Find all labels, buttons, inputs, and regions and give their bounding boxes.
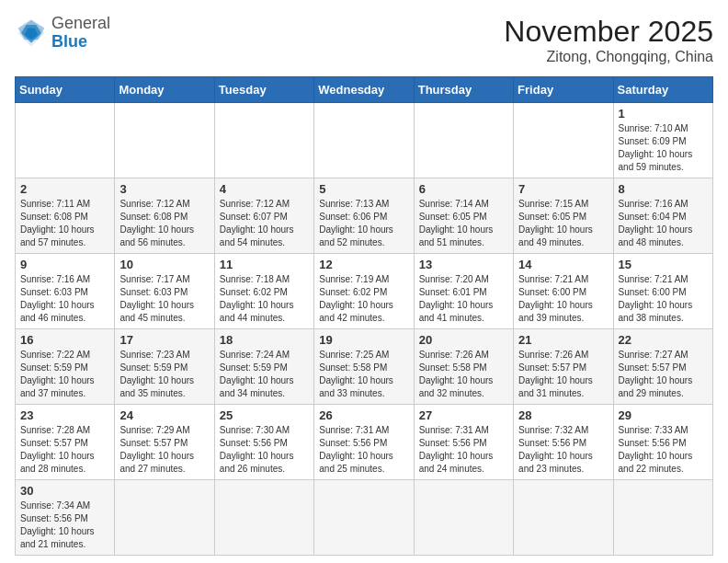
day-5: 5 Sunrise: 7:13 AMSunset: 6:06 PMDayligh…: [314, 178, 414, 254]
location-title: Zitong, Chongqing, China: [504, 49, 713, 65]
day-number: 1: [619, 107, 708, 121]
col-friday: Friday: [514, 77, 613, 103]
empty-cell: [214, 103, 313, 178]
weekday-header-row: Sunday Monday Tuesday Wednesday Thursday…: [16, 77, 713, 103]
col-sunday: Sunday: [16, 77, 115, 103]
day-15: 15 Sunrise: 7:21 AMSunset: 6:00 PMDaylig…: [613, 254, 712, 329]
week-row-2: 2 Sunrise: 7:11 AMSunset: 6:08 PMDayligh…: [16, 178, 713, 254]
day-12: 12 Sunrise: 7:19 AMSunset: 6:02 PMDaylig…: [314, 254, 414, 329]
day-14: 14 Sunrise: 7:21 AMSunset: 6:00 PMDaylig…: [514, 254, 613, 329]
day-27: 27 Sunrise: 7:31 AMSunset: 5:56 PMDaylig…: [414, 405, 513, 480]
day-11: 11 Sunrise: 7:18 AMSunset: 6:02 PMDaylig…: [214, 254, 313, 329]
day-2: 2 Sunrise: 7:11 AMSunset: 6:08 PMDayligh…: [16, 178, 115, 254]
day-21: 21 Sunrise: 7:26 AMSunset: 5:57 PMDaylig…: [514, 329, 613, 405]
col-thursday: Thursday: [414, 77, 513, 103]
calendar: Sunday Monday Tuesday Wednesday Thursday…: [15, 76, 713, 556]
day-3: 3 Sunrise: 7:12 AMSunset: 6:08 PMDayligh…: [115, 178, 214, 254]
empty-cell: [613, 480, 712, 556]
day-9: 9 Sunrise: 7:16 AMSunset: 6:03 PMDayligh…: [16, 254, 115, 329]
empty-cell: [514, 103, 613, 178]
logo-text: General Blue: [51, 15, 110, 52]
col-monday: Monday: [115, 77, 214, 103]
logo: General Blue: [15, 15, 110, 52]
week-row-1: 1 Sunrise: 7:10 AM Sunset: 6:09 PM Dayli…: [16, 103, 713, 178]
month-title: November 2025: [504, 15, 713, 49]
empty-cell: [414, 103, 513, 178]
day-26: 26 Sunrise: 7:31 AMSunset: 5:56 PMDaylig…: [314, 405, 414, 480]
day-4: 4 Sunrise: 7:12 AMSunset: 6:07 PMDayligh…: [214, 178, 313, 254]
week-row-4: 16 Sunrise: 7:22 AMSunset: 5:59 PMDaylig…: [16, 329, 713, 405]
day-8: 8 Sunrise: 7:16 AMSunset: 6:04 PMDayligh…: [613, 178, 712, 254]
day-24: 24 Sunrise: 7:29 AMSunset: 5:57 PMDaylig…: [115, 405, 214, 480]
day-16: 16 Sunrise: 7:22 AMSunset: 5:59 PMDaylig…: [16, 329, 115, 405]
day-29: 29 Sunrise: 7:33 AMSunset: 5:56 PMDaylig…: [613, 405, 712, 480]
day-6: 6 Sunrise: 7:14 AMSunset: 6:05 PMDayligh…: [414, 178, 513, 254]
empty-cell: [314, 480, 414, 556]
col-tuesday: Tuesday: [214, 77, 313, 103]
day-30: 30 Sunrise: 7:34 AMSunset: 5:56 PMDaylig…: [16, 480, 115, 556]
empty-cell: [214, 480, 313, 556]
empty-cell: [414, 480, 513, 556]
empty-cell: [115, 480, 214, 556]
day-1: 1 Sunrise: 7:10 AM Sunset: 6:09 PM Dayli…: [613, 103, 712, 178]
logo-general-text: General: [51, 14, 110, 32]
day-20: 20 Sunrise: 7:26 AMSunset: 5:58 PMDaylig…: [414, 329, 513, 405]
day-info: Sunrise: 7:10 AM Sunset: 6:09 PM Dayligh…: [619, 122, 708, 174]
col-saturday: Saturday: [613, 77, 712, 103]
logo-blue-text: Blue: [51, 32, 87, 51]
day-23: 23 Sunrise: 7:28 AMSunset: 5:57 PMDaylig…: [16, 405, 115, 480]
day-19: 19 Sunrise: 7:25 AMSunset: 5:58 PMDaylig…: [314, 329, 414, 405]
day-17: 17 Sunrise: 7:23 AMSunset: 5:59 PMDaylig…: [115, 329, 214, 405]
week-row-5: 23 Sunrise: 7:28 AMSunset: 5:57 PMDaylig…: [16, 405, 713, 480]
day-18: 18 Sunrise: 7:24 AMSunset: 5:59 PMDaylig…: [214, 329, 313, 405]
empty-cell: [16, 103, 115, 178]
col-wednesday: Wednesday: [314, 77, 414, 103]
week-row-3: 9 Sunrise: 7:16 AMSunset: 6:03 PMDayligh…: [16, 254, 713, 329]
week-row-6: 30 Sunrise: 7:34 AMSunset: 5:56 PMDaylig…: [16, 480, 713, 556]
title-area: November 2025 Zitong, Chongqing, China: [504, 15, 713, 65]
empty-cell: [314, 103, 414, 178]
day-22: 22 Sunrise: 7:27 AMSunset: 5:57 PMDaylig…: [613, 329, 712, 405]
day-7: 7 Sunrise: 7:15 AMSunset: 6:05 PMDayligh…: [514, 178, 613, 254]
day-28: 28 Sunrise: 7:32 AMSunset: 5:56 PMDaylig…: [514, 405, 613, 480]
day-13: 13 Sunrise: 7:20 AMSunset: 6:01 PMDaylig…: [414, 254, 513, 329]
day-25: 25 Sunrise: 7:30 AMSunset: 5:56 PMDaylig…: [214, 405, 313, 480]
day-10: 10 Sunrise: 7:17 AMSunset: 6:03 PMDaylig…: [115, 254, 214, 329]
empty-cell: [115, 103, 214, 178]
empty-cell: [514, 480, 613, 556]
logo-icon: [15, 17, 48, 50]
header: General Blue November 2025 Zitong, Chong…: [15, 15, 713, 65]
